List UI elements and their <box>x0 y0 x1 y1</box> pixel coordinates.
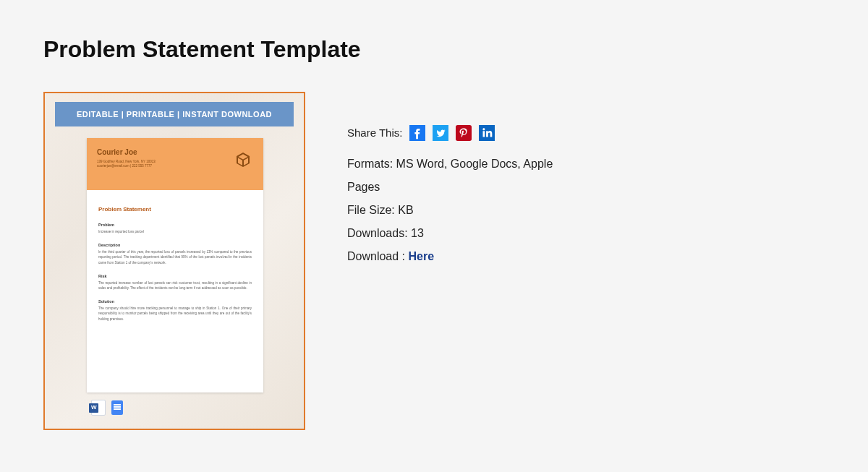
info-panel: Share This: Formats: MS Word, Google Doc… <box>347 92 579 268</box>
share-label: Share This: <box>347 122 402 144</box>
preview-heading: Problem Statement <box>98 206 252 213</box>
preview-company-name: Courier Joe <box>97 148 253 156</box>
pinterest-icon[interactable] <box>456 125 472 141</box>
facebook-icon[interactable] <box>409 125 425 141</box>
section-risk-text: The reported increase number of lost par… <box>98 280 252 291</box>
download-label: Download : <box>347 250 405 262</box>
word-icon <box>91 400 106 416</box>
downloads-value: 13 <box>411 227 424 239</box>
preview-address: 139 Godfrey Road, New York, NY 10013 cou… <box>97 160 191 169</box>
formats-label: Formats: <box>347 158 393 170</box>
section-risk-heading: Risk <box>98 274 252 278</box>
download-line: Download : Here <box>347 245 579 268</box>
section-description-text: In the third quarter of this year, the r… <box>98 249 252 265</box>
linkedin-icon[interactable] <box>479 125 495 141</box>
google-docs-icon <box>111 400 123 415</box>
filesize-line: File Size: KB <box>347 199 579 222</box>
template-preview: EDITABLE | PRINTABLE | INSTANT DOWNLOAD … <box>43 92 305 430</box>
filesize-value: KB <box>398 204 413 216</box>
page-title: Problem Statement Template <box>43 36 825 63</box>
section-solution-text: The company should hire more tracking pe… <box>98 306 252 322</box>
package-icon <box>234 151 252 168</box>
filesize-label: File Size: <box>347 204 395 216</box>
formats-line: Formats: MS Word, Google Docs, Apple Pag… <box>347 153 579 199</box>
twitter-icon[interactable] <box>433 125 448 141</box>
downloads-line: Downloads: 13 <box>347 222 579 245</box>
preview-banner: EDITABLE | PRINTABLE | INSTANT DOWNLOAD <box>55 102 294 126</box>
file-format-icons <box>91 400 123 416</box>
section-description-heading: Description <box>98 243 252 247</box>
preview-address-line2: courierjoe@email.com | 222 555 7777 <box>97 164 152 168</box>
preview-doc-header: Courier Joe 139 Godfrey Road, New York, … <box>87 138 263 190</box>
share-row: Share This: <box>347 122 579 144</box>
preview-address-line1: 139 Godfrey Road, New York, NY 10013 <box>97 160 156 163</box>
section-solution-heading: Solution <box>98 299 252 304</box>
section-problem-text: Increase in reported loss parcel <box>98 229 252 234</box>
section-problem-heading: Problem <box>98 223 252 227</box>
preview-document: Courier Joe 139 Godfrey Road, New York, … <box>87 138 263 392</box>
download-link[interactable]: Here <box>409 250 435 262</box>
svg-rect-2 <box>456 125 472 141</box>
downloads-label: Downloads: <box>347 227 408 239</box>
